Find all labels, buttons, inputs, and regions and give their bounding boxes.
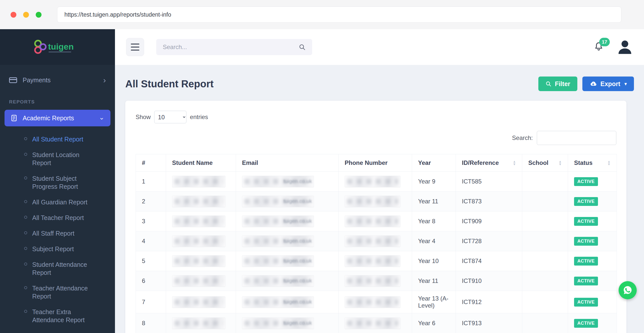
minimize-window-button[interactable]: [23, 12, 29, 18]
cell-id-reference: ICT585: [456, 172, 522, 192]
menu-toggle-button[interactable]: [126, 38, 144, 56]
redacted-phone: [345, 317, 400, 329]
cell-email: tuigen.co.uk: [236, 211, 339, 231]
sidebar-subitem[interactable]: Student Subject Progress Report: [24, 171, 100, 194]
redacted-phone: [345, 176, 400, 187]
sidebar-subitem[interactable]: All Student Report: [24, 131, 100, 147]
redacted-name: [172, 255, 225, 267]
redacted-name: [172, 215, 225, 227]
table-column-header[interactable]: Email: [236, 154, 339, 172]
redacted-phone: [345, 296, 400, 308]
cell-status: ACTIVE: [568, 291, 617, 313]
table-row[interactable]: 3 tuigen.co.uk Year 8 ICT909 ACTIVE: [136, 211, 617, 231]
sidebar-subitem-label: All Staff Report: [32, 229, 74, 237]
topbar: 17: [115, 29, 644, 65]
bullet-icon: [24, 137, 27, 140]
zoom-window-button[interactable]: [36, 12, 42, 18]
export-button[interactable]: Export ▾: [582, 77, 634, 91]
table-column-header[interactable]: School ▲▼: [522, 154, 568, 172]
table-row[interactable]: 5 tuigen.co.uk Year 10 ICT874 ACTIVE: [136, 251, 617, 271]
table-column-header[interactable]: Student Name: [166, 154, 236, 172]
logo[interactable]: tuigen: [0, 29, 115, 65]
sort-icon[interactable]: ▲▼: [605, 160, 611, 166]
global-search-input[interactable]: [163, 44, 299, 51]
whatsapp-button[interactable]: [619, 281, 637, 299]
sidebar-subnav: All Student Report Student Location Repo…: [0, 128, 115, 333]
entries-label: entries: [190, 114, 208, 121]
sort-icon[interactable]: ▲▼: [556, 160, 562, 166]
hamburger-icon: [131, 44, 139, 45]
page-size-select[interactable]: 10: [154, 111, 186, 123]
user-avatar[interactable]: [617, 39, 633, 55]
table-row[interactable]: 4 tuigen.co.uk Year 4 ICT728 ACTIVE: [136, 231, 617, 251]
table-row[interactable]: 8 tuigen.co.uk Year 6 ICT913 ACTIVE: [136, 313, 617, 333]
sidebar-subitem[interactable]: Teacher Attendance Report: [24, 280, 100, 304]
sidebar-subitem[interactable]: Teacher Extra Attendance Report: [24, 304, 100, 328]
bullet-icon: [24, 286, 27, 289]
redacted-phone: [345, 215, 400, 227]
cell-year: Year 11: [412, 192, 456, 211]
sidebar-subitem[interactable]: Student Location Report: [24, 147, 100, 171]
sidebar-subitem-label: Teacher Attendance Report: [32, 284, 100, 300]
url-text: https://test.tuigen.app/reports/student-…: [64, 11, 171, 18]
table-column-header[interactable]: #: [136, 154, 166, 172]
url-bar[interactable]: https://test.tuigen.app/reports/student-…: [57, 7, 621, 23]
cell-phone: [339, 192, 412, 211]
cell-school: [522, 251, 568, 271]
browser-chrome: https://test.tuigen.app/reports/student-…: [0, 0, 644, 29]
table-row[interactable]: 7 tuigen.co.uk Year 13 (A-Level) ICT912 …: [136, 291, 617, 313]
status-badge: ACTIVE: [574, 277, 598, 285]
sidebar-subitem[interactable]: Student Attendance Report: [24, 257, 100, 280]
redacted-email-domain: tuigen.co.uk: [284, 238, 312, 244]
redacted-email-domain: tuigen.co.uk: [284, 258, 312, 264]
whatsapp-icon: [623, 285, 633, 295]
redacted-phone: [345, 235, 400, 247]
cell-student-name: [166, 192, 236, 211]
cell-index: 6: [136, 271, 166, 291]
search-icon[interactable]: [299, 44, 306, 51]
redacted-phone: [345, 275, 400, 287]
notification-count-badge: 17: [599, 38, 610, 46]
cell-email: tuigen.co.uk: [236, 251, 339, 271]
table-column-header[interactable]: Phone Number: [339, 154, 412, 172]
report-card: Show 10 entries Search:: [125, 101, 626, 333]
table-search-input[interactable]: [537, 131, 616, 145]
sidebar-subitem-label: All Guardian Report: [32, 198, 88, 206]
sidebar-group-label: Academic Reports: [23, 115, 74, 122]
cell-phone: [339, 313, 412, 333]
table-column-header[interactable]: Year: [412, 154, 456, 172]
redacted-name: [172, 196, 225, 207]
global-search[interactable]: [156, 39, 312, 55]
main-content: All Student Report Filter Expor: [115, 65, 644, 333]
cell-id-reference: ICT910: [456, 271, 522, 291]
sort-icon[interactable]: ▲▼: [510, 160, 516, 166]
cell-school: [522, 271, 568, 291]
sidebar-subitem[interactable]: All Teacher Report: [24, 210, 100, 226]
cloud-download-icon: [589, 81, 597, 87]
table-row[interactable]: 6 tuigen.co.uk Year 11 ICT910 ACTIVE: [136, 271, 617, 291]
table-row[interactable]: 2 tuigen.co.uk Year 11 ICT873 ACTIVE: [136, 192, 617, 211]
sidebar-subitem[interactable]: All Staff Report: [24, 226, 100, 241]
filter-button[interactable]: Filter: [538, 77, 577, 91]
sidebar-subitem[interactable]: Subject Report: [24, 241, 100, 257]
table-column-header[interactable]: ID/Reference ▲▼: [456, 154, 522, 172]
bullet-icon: [24, 231, 27, 234]
table-row[interactable]: 1 tuigen.co.uk Year 9 ICT585 ACTIVE: [136, 172, 617, 192]
table-column-header[interactable]: Status ▲▼: [568, 154, 617, 172]
cell-student-name: [166, 211, 236, 231]
sidebar-group-academic-reports[interactable]: Academic Reports ⌄: [5, 110, 110, 126]
redacted-name: [172, 317, 225, 329]
cell-student-name: [166, 172, 236, 192]
logo-text: tuigen: [48, 42, 74, 51]
sidebar-subitem[interactable]: Staff Attendance Report: [24, 328, 100, 333]
sidebar: tuigen Payments › REPORTS Academic Repor…: [0, 29, 115, 333]
sidebar-item-payments[interactable]: Payments ›: [0, 71, 115, 89]
close-window-button[interactable]: [11, 12, 16, 18]
screen: https://test.tuigen.app/reports/student-…: [0, 0, 644, 333]
filter-search-icon: [545, 81, 551, 87]
redacted-email: tuigen.co.uk: [242, 255, 314, 267]
status-badge: ACTIVE: [574, 237, 598, 246]
redacted-email-domain: tuigen.co.uk: [284, 299, 312, 305]
notifications-button[interactable]: 17: [594, 41, 604, 53]
sidebar-subitem[interactable]: All Guardian Report: [24, 194, 100, 210]
